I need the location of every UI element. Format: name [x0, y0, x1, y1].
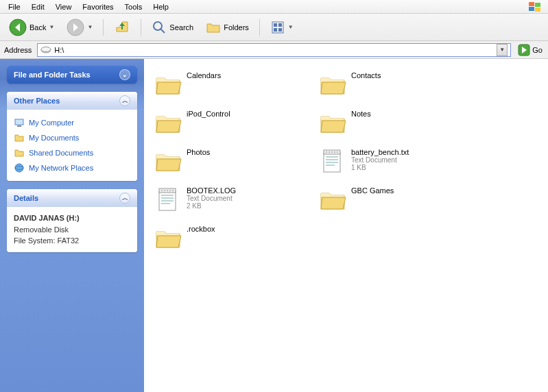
back-button[interactable]: Back ▼	[4, 16, 59, 39]
svg-point-37	[172, 190, 174, 191]
place-my-network-places[interactable]: My Network Places	[14, 160, 130, 175]
svg-rect-12	[278, 28, 282, 32]
collapse-icon: ︿	[119, 193, 130, 204]
forward-dropdown-icon[interactable]: ▼	[87, 24, 93, 30]
sidebar: File and Folder Tasks ⌄ Other Places ︿ M…	[0, 59, 144, 392]
item-name: iPod_Control	[187, 110, 230, 118]
folder-icon	[154, 147, 182, 175]
svg-point-33	[161, 190, 163, 191]
folder-item[interactable]: Photos	[151, 144, 302, 181]
details-drive-type: Removable Disk	[14, 224, 130, 236]
svg-point-14	[41, 47, 51, 51]
search-button[interactable]: Search	[147, 17, 198, 38]
folder-icon	[14, 132, 25, 143]
tasks-panel: File and Folder Tasks ⌄	[7, 66, 137, 84]
text-file-icon	[154, 185, 182, 214]
content-area: File and Folder Tasks ⌄ Other Places ︿ M…	[0, 59, 548, 392]
file-view[interactable]: CalendarsContactsiPod_ControlNotesPhotos…	[144, 59, 548, 392]
folder-icon	[14, 147, 25, 158]
folder-item[interactable]: iPod_Control	[151, 106, 302, 143]
menu-help[interactable]: Help	[147, 1, 174, 12]
details-panel: Details ︿ DAVID JANAS (H:) Removable Dis…	[7, 189, 137, 252]
place-label: My Computer	[29, 119, 74, 127]
menu-file[interactable]: File	[3, 1, 26, 12]
item-type: Text Document	[187, 195, 236, 202]
tasks-panel-header[interactable]: File and Folder Tasks ⌄	[7, 66, 137, 84]
item-name: Contacts	[351, 71, 381, 79]
details-panel-header[interactable]: Details ︿	[7, 189, 137, 207]
folder-item[interactable]: Notes	[315, 106, 466, 143]
item-name: Notes	[351, 110, 371, 118]
network-icon	[14, 162, 25, 173]
back-label: Back	[29, 23, 46, 32]
go-button[interactable]: Go	[515, 42, 545, 58]
details-panel-title: Details	[14, 194, 38, 202]
folder-icon	[318, 70, 347, 99]
folder-item[interactable]: GBC Games	[315, 182, 466, 219]
views-dropdown-icon[interactable]: ▼	[288, 24, 294, 30]
up-button[interactable]	[109, 16, 135, 38]
place-label: My Network Places	[29, 164, 93, 172]
item-name: Calendars	[187, 71, 221, 79]
folder-icon	[154, 223, 182, 252]
svg-line-7	[160, 29, 165, 33]
folders-label: Folders	[224, 23, 249, 32]
windows-flag-icon	[525, 1, 545, 12]
search-label: Search	[169, 23, 193, 32]
places-list: My Computer My Documents Shared Document…	[14, 115, 130, 175]
menu-tools[interactable]: Tools	[119, 1, 148, 12]
views-button[interactable]: ▼	[265, 17, 298, 38]
svg-point-34	[164, 190, 165, 191]
menubar: File Edit View Favorites Tools Help	[0, 0, 548, 14]
place-shared-documents[interactable]: Shared Documents	[14, 145, 130, 160]
places-panel-title: Other Places	[14, 97, 60, 105]
toolbar-separator	[141, 19, 141, 36]
item-name: .rockbox	[187, 225, 215, 233]
svg-point-23	[329, 151, 330, 153]
places-panel: Other Places ︿ My Computer My Documents	[7, 92, 137, 181]
go-label: Go	[532, 46, 543, 54]
item-name: battery_bench.txt	[351, 148, 409, 156]
forward-button[interactable]: ▼	[62, 16, 97, 39]
tasks-panel-title: File and Folder Tasks	[14, 71, 91, 79]
menu-favorites[interactable]: Favorites	[77, 1, 119, 12]
menu-edit[interactable]: Edit	[26, 1, 50, 12]
file-item[interactable]: BOOTEX.LOGText Document2 KB	[151, 182, 302, 219]
back-dropdown-icon[interactable]: ▼	[49, 24, 54, 30]
details-drive-name: DAVID JANAS (H:)	[14, 212, 130, 224]
svg-rect-11	[274, 28, 277, 32]
place-my-computer[interactable]: My Computer	[14, 115, 130, 130]
place-label: Shared Documents	[29, 149, 93, 157]
address-bar: Address H:\ ▼ Go	[0, 41, 548, 59]
collapse-icon: ︿	[119, 95, 130, 106]
svg-rect-10	[278, 23, 282, 27]
folder-icon	[154, 108, 182, 137]
svg-rect-16	[15, 119, 23, 125]
toolbar-separator	[103, 19, 104, 36]
svg-rect-3	[535, 8, 540, 12]
address-field[interactable]: H:\ ▼	[37, 43, 511, 57]
toolbar-separator	[259, 19, 260, 36]
svg-point-26	[337, 151, 338, 153]
folder-icon	[318, 185, 347, 214]
svg-rect-0	[529, 2, 534, 6]
svg-rect-1	[535, 3, 540, 7]
item-name: BOOTEX.LOG	[187, 186, 236, 195]
folder-item[interactable]: Contacts	[315, 67, 466, 104]
menu-view[interactable]: View	[50, 1, 78, 12]
svg-point-25	[334, 151, 335, 153]
svg-point-22	[326, 151, 327, 153]
folder-item[interactable]: .rockbox	[151, 221, 302, 258]
folders-button[interactable]: Folders	[201, 17, 254, 38]
file-item[interactable]: battery_bench.txtText Document1 KB	[315, 144, 466, 181]
address-dropdown-icon[interactable]: ▼	[497, 44, 508, 56]
text-file-icon	[318, 147, 347, 175]
places-panel-header[interactable]: Other Places ︿	[7, 92, 137, 110]
svg-point-18	[15, 164, 23, 172]
collapse-icon: ⌄	[119, 69, 130, 80]
folder-item[interactable]: Calendars	[151, 67, 302, 104]
place-my-documents[interactable]: My Documents	[14, 130, 130, 145]
folder-icon	[318, 108, 347, 137]
svg-point-35	[167, 190, 168, 191]
drive-icon	[40, 45, 51, 55]
